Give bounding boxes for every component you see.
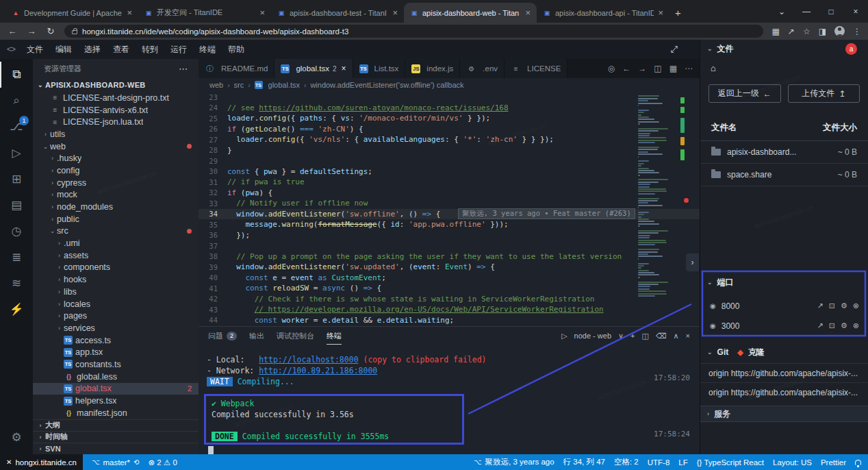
sidebar-section-header[interactable]: ›大纲: [33, 419, 199, 431]
profile-avatar[interactable]: [834, 26, 845, 36]
share-icon[interactable]: ↗: [788, 27, 795, 36]
panel-tab-3[interactable]: 终端: [327, 327, 342, 345]
editor-tab[interactable]: TSglobal.tsx2×: [275, 59, 353, 78]
explorer-button[interactable]: ⧉: [0, 62, 33, 88]
code-line[interactable]: 23: [199, 92, 700, 103]
port-settings-icon[interactable]: ⚙: [841, 301, 847, 310]
tree-item[interactable]: {}global.less: [33, 371, 199, 383]
tab-close-icon[interactable]: ×: [127, 8, 132, 18]
files-panel-header[interactable]: ⌄ 文件: [700, 40, 868, 58]
copy-address-icon[interactable]: ⊡: [829, 301, 835, 310]
port-row-8000[interactable]: ◉8000↗⊡⚙⊗: [700, 296, 868, 316]
code-line[interactable]: 38 // Pop up a prompt on the page asking…: [199, 251, 700, 262]
tree-item[interactable]: ›config: [33, 164, 199, 177]
port-settings-icon[interactable]: ⚙: [841, 321, 847, 330]
shell-dropdown-icon[interactable]: ∨: [618, 332, 624, 341]
remote-indicator[interactable]: ✕hongxi.titanide.cn: [0, 454, 83, 470]
code-line[interactable]: 44 const worker = e.detail && e.detail.w…: [199, 315, 700, 326]
browser-back-icon[interactable]: ←: [7, 26, 18, 36]
indentation[interactable]: 空格: 2: [614, 457, 639, 467]
keyboard-layout[interactable]: Layout: US: [773, 458, 812, 467]
extensions-icon[interactable]: ▦: [771, 27, 779, 36]
nav-forward-icon[interactable]: →: [638, 64, 646, 73]
layout-icon[interactable]: ▦: [669, 64, 677, 73]
code-line[interactable]: 31// if pwa is true: [199, 177, 700, 188]
tree-item[interactable]: ›hooks: [33, 273, 199, 286]
sidebar-section-header[interactable]: ›SVN: [33, 443, 199, 454]
eol[interactable]: LF: [678, 458, 687, 467]
file-row[interactable]: apisix-dashboard...~ 0 B: [700, 141, 868, 164]
clone-button[interactable]: 克隆: [748, 347, 765, 358]
tab-close-icon[interactable]: ×: [392, 8, 398, 18]
database-button[interactable]: ≣: [0, 244, 33, 270]
sidebar-section-header[interactable]: ›时间轴: [33, 431, 199, 443]
code-line[interactable]: 33 // Notify user if offline now: [199, 198, 700, 209]
tab-close-icon[interactable]: ×: [525, 8, 531, 18]
tree-item[interactable]: ⌄web: [33, 140, 199, 153]
services-section-header[interactable]: › 服务: [700, 406, 868, 422]
address-bar[interactable]: hongxi.titanide.cn/ide/web/coding/apisix…: [64, 25, 763, 38]
history-button[interactable]: ◷: [0, 218, 33, 244]
breadcrumb-item[interactable]: TSglobal.tsx: [255, 81, 300, 89]
copy-address-icon[interactable]: ⊡: [829, 321, 835, 330]
nav-back-icon[interactable]: ←: [622, 64, 630, 73]
menu-item-1[interactable]: 编辑: [49, 42, 78, 58]
browser-tab[interactable]: ▲Development Guide | Apache×: [5, 3, 138, 23]
code-line[interactable]: 26if (getLocale() === 'zh-CN') {: [199, 124, 700, 135]
editor-tab[interactable]: ≡LICENSE: [505, 59, 567, 78]
new-terminal-icon[interactable]: +: [630, 332, 635, 341]
editor-tab[interactable]: JSindex.js: [405, 59, 460, 78]
tree-item[interactable]: ›libs: [33, 286, 199, 298]
problems-indicator[interactable]: ⊗ 2 ⚠ 0: [148, 458, 177, 467]
tab-close-icon[interactable]: ×: [259, 8, 265, 18]
maximize-button[interactable]: □: [819, 0, 843, 23]
code-line[interactable]: 37: [199, 240, 700, 251]
menu-item-7[interactable]: 帮助: [222, 42, 251, 58]
tree-item[interactable]: ›locales: [33, 298, 199, 310]
panel-tab-0[interactable]: 问题2: [208, 327, 237, 345]
menu-item-6[interactable]: 终端: [193, 42, 222, 58]
minimize-button[interactable]: —: [794, 0, 819, 23]
close-panel-icon[interactable]: ×: [686, 332, 690, 341]
expand-right-panel-button[interactable]: ›: [686, 253, 699, 271]
editor-tab[interactable]: ⚙.env: [460, 59, 505, 78]
tree-item[interactable]: ›cypress: [33, 177, 199, 189]
settings-gear-button[interactable]: ⚙: [0, 424, 33, 450]
minimap[interactable]: [638, 93, 675, 325]
tab-close-icon[interactable]: ×: [342, 64, 346, 73]
tree-item[interactable]: {}manifest.json: [33, 407, 199, 419]
code-line[interactable]: 34 window.addEventListener('sw.offline',…: [199, 209, 700, 220]
code-line[interactable]: 40 const e = event as CustomEvent;: [199, 273, 700, 284]
kill-terminal-icon[interactable]: ⌫: [656, 332, 667, 341]
layers-button[interactable]: ≋: [0, 270, 33, 296]
tab-search-chevron-icon[interactable]: ⌄: [769, 0, 794, 23]
code-line[interactable]: 42 // Check if there is sw whose state i…: [199, 294, 700, 305]
tree-item[interactable]: TSapp.tsx: [33, 346, 199, 358]
tree-item[interactable]: ≡LICENSE-antvis-x6.txt: [33, 104, 199, 116]
new-tab-button[interactable]: +: [675, 7, 681, 18]
port-row-3000[interactable]: ◉3000↗⊡⚙⊗: [700, 316, 868, 336]
menu-item-3[interactable]: 查看: [107, 42, 136, 58]
source-control-button[interactable]: ⌥1: [0, 114, 33, 140]
tree-item[interactable]: TSglobal.tsx2: [33, 383, 199, 395]
breadcrumb-item[interactable]: src: [234, 81, 244, 89]
remote-explorer-button[interactable]: ▤: [0, 192, 33, 218]
terminal-shell-selector[interactable]: node - web: [574, 332, 611, 340]
back-parent-button[interactable]: 返回上一级 ←: [709, 84, 781, 103]
git-branch-indicator[interactable]: ⌥master*⟲: [92, 458, 140, 467]
language-mode[interactable]: {} TypeScript React: [697, 458, 764, 467]
tree-item[interactable]: ›.husky: [33, 152, 199, 164]
breadcrumb-item[interactable]: web: [209, 81, 223, 89]
panel-tab-1[interactable]: 输出: [249, 327, 264, 345]
menu-item-2[interactable]: 选择: [78, 42, 107, 58]
ports-section-header[interactable]: ⌄ 端口: [700, 274, 868, 290]
tree-item[interactable]: ≡LICENSE-json.lua.txt: [33, 116, 199, 128]
menu-item-5[interactable]: 运行: [164, 42, 193, 58]
open-browser-icon[interactable]: ↗: [817, 321, 823, 330]
tree-item[interactable]: ›utils: [33, 128, 199, 140]
bookmark-star-icon[interactable]: ☆: [803, 27, 810, 36]
tree-item[interactable]: ›node_modules: [33, 201, 199, 213]
split-terminal-icon[interactable]: ◫: [642, 332, 649, 341]
code-line[interactable]: 41 const reloadSW = async () => {: [199, 283, 700, 294]
more-actions-icon[interactable]: ⋯: [179, 64, 188, 74]
